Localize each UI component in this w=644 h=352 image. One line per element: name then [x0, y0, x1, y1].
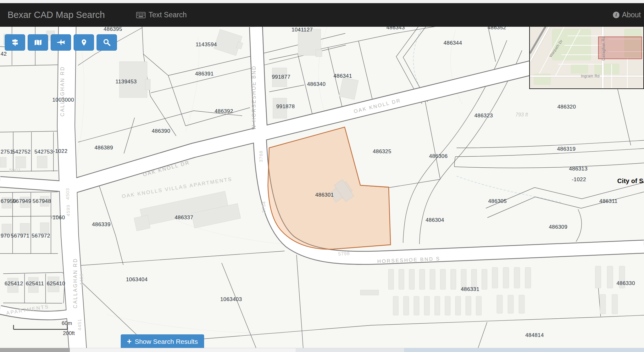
app-title[interactable]: Bexar CAD Map Search [8, 10, 105, 20]
map-marker-icon [80, 39, 88, 46]
map-signs-button[interactable] [5, 34, 25, 51]
keyboard-icon [136, 12, 146, 18]
scrollbar-track-right[interactable] [404, 348, 644, 352]
search-button[interactable] [97, 34, 117, 51]
plus-icon: + [127, 337, 132, 346]
map-marker-button[interactable] [74, 34, 94, 51]
info-icon: i [613, 12, 619, 18]
scrollbar-track[interactable] [70, 348, 296, 352]
search-icon [103, 38, 111, 47]
navbar: Bexar CAD Map Search Text Search i About [0, 3, 644, 27]
app-window: 4863951143594113945348639148639248639048… [0, 0, 644, 352]
scale-imperial: 200ft [63, 330, 75, 337]
scale-metric: 60m [62, 320, 72, 327]
show-search-results-label: Show Search Results [135, 338, 198, 345]
minimap-extent-rect [598, 37, 642, 59]
nav-text-search-label: Text Search [148, 11, 186, 19]
scrollbar-track-mid[interactable] [296, 348, 404, 352]
fighter-jet-button[interactable] [51, 34, 71, 51]
nav-text-search[interactable]: Text Search [136, 11, 186, 19]
nav-about-label: About [622, 11, 641, 19]
scrollbar-thumb[interactable] [0, 348, 70, 352]
map-button[interactable] [28, 34, 48, 51]
nav-about[interactable]: i About [613, 11, 641, 19]
map-icon [34, 38, 42, 47]
overview-minimap[interactable]: Warpath DrCallaghan RdIngram Rd [529, 26, 644, 89]
map-signs-icon [11, 38, 19, 47]
show-search-results-button[interactable]: + Show Search Results [121, 334, 204, 349]
fighter-jet-icon [57, 38, 65, 47]
minimap-canvas [530, 26, 643, 88]
